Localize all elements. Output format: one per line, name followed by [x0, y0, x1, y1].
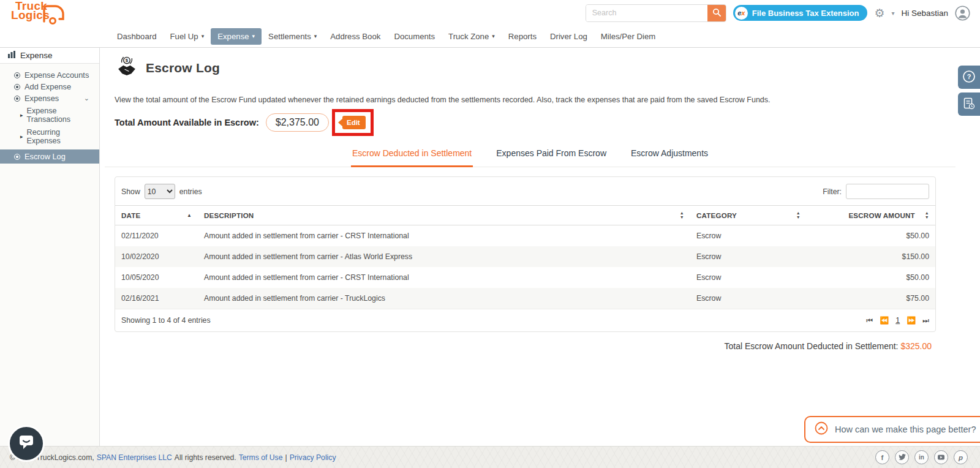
svg-text:?: ? [967, 73, 971, 80]
chevron-down-icon: ⌄ [84, 96, 89, 100]
pager-page-1[interactable]: 1 [895, 316, 900, 325]
privacy-policy-link[interactable]: Privacy Policy [290, 453, 336, 462]
nav-documents[interactable]: Documents [387, 28, 442, 45]
page-description: View the total amount of the Escrow Fund… [115, 96, 771, 104]
sidebar-item-recurring-expenses[interactable]: ▸ Recurring Expenses [0, 126, 99, 147]
cell-date: 10/02/2020 [115, 246, 198, 267]
sidebar-header-expense[interactable]: Expense [0, 48, 99, 64]
feedback-widget[interactable]: How can we make this page better? [804, 416, 980, 443]
total-deducted-amount: $325.00 [900, 341, 932, 351]
edit-escrow-button[interactable]: Edit [342, 116, 366, 129]
bullet-icon [14, 72, 20, 78]
terms-of-use-link[interactable]: Terms of Use [239, 453, 283, 462]
chat-widget-button[interactable] [8, 425, 45, 462]
user-greeting: Hi Sebastian [901, 9, 948, 18]
twitter-icon[interactable] [895, 450, 909, 464]
nav-address-book[interactable]: Address Book [323, 28, 387, 45]
sidebar-item-expense-transactions[interactable]: ▸ Expense Transactions [0, 104, 99, 126]
sort-icon: ▲▼ [796, 211, 801, 219]
nav-settlements[interactable]: Settlements▾ [262, 28, 323, 45]
table-controls: Show 10 entries Filter: [115, 177, 935, 205]
column-header-category[interactable]: CATEGORY▲▼ [690, 206, 807, 225]
pager-next-icon[interactable]: ⏩ [907, 316, 916, 325]
top-header: Truck Logics ex File B [0, 0, 980, 26]
escrow-table-card: Show 10 entries Filter: DATE▲ [115, 176, 936, 332]
search-box [586, 4, 726, 22]
main-content: $ Escrow Log View the total amount of th… [100, 48, 980, 446]
column-header-date[interactable]: DATE▲ [115, 206, 198, 225]
nav-expense[interactable]: Expense▾ [211, 28, 262, 45]
sidebar-item-add-expense[interactable]: Add Expense [0, 81, 99, 92]
file-business-tax-extension-button[interactable]: ex File Business Tax Extension [733, 5, 868, 21]
nav-dashboard[interactable]: Dashboard [110, 28, 164, 45]
nav-reports[interactable]: Reports [502, 28, 543, 45]
cell-category: Escrow [690, 246, 807, 267]
table-row: 02/16/2021 Amount added in settlement fr… [115, 288, 935, 309]
cell-description: Amount added in settlement from carrier … [198, 288, 690, 309]
nav-miles-per-diem[interactable]: Miles/Per Diem [594, 28, 662, 45]
nav-driver-log[interactable]: Driver Log [543, 28, 594, 45]
cell-description: Amount added in settlement from carrier … [198, 246, 690, 267]
escrow-table: DATE▲ DESCRIPTION▲▼ CATEGORY▲▼ ESCROW AM… [115, 205, 935, 309]
trucklogics-logo[interactable]: Truck Logics [11, 1, 66, 28]
caret-down-icon: ▾ [492, 34, 495, 39]
cell-amount: $150.00 [807, 246, 935, 267]
sidebar-item-expense-accounts[interactable]: Expense Accounts [0, 69, 99, 81]
pager-last-icon[interactable]: ⏭ [922, 316, 929, 325]
escrow-total-amount: $2,375.00 [266, 113, 329, 132]
truck-outline-icon [42, 3, 66, 28]
footer-separator: | [285, 453, 287, 462]
gear-icon[interactable]: ⚙ [874, 7, 884, 19]
rights-text: All rights reserved. [175, 453, 236, 462]
history-document-button[interactable] [958, 92, 980, 116]
filter-control: Filter: [823, 184, 929, 199]
linkedin-icon[interactable]: in [914, 450, 929, 464]
youtube-icon[interactable] [934, 450, 948, 464]
sidebar-list: Expense Accounts Add Expense Expenses ⌄ … [0, 64, 99, 164]
main-nav: Dashboard Fuel Up▾ Expense▾ Settlements▾… [0, 26, 980, 48]
search-input[interactable] [586, 5, 707, 21]
facebook-icon[interactable]: f [875, 450, 889, 464]
pinterest-icon[interactable]: p [954, 450, 968, 464]
sidebar-item-escrow-log[interactable]: Escrow Log [0, 149, 99, 164]
sidebar: Expense Expense Accounts Add Expense Exp… [0, 48, 100, 446]
cell-amount: $75.00 [807, 288, 935, 309]
total-deducted-line: Total Escrow Amount Deducted in Settleme… [724, 341, 932, 351]
page-title-row: $ Escrow Log [115, 55, 220, 81]
help-button[interactable]: ? [958, 66, 980, 89]
pager-prev-icon[interactable]: ⏪ [880, 316, 889, 325]
cell-date: 02/16/2021 [115, 288, 198, 309]
show-entries-control: Show 10 entries [121, 184, 202, 199]
user-avatar-icon[interactable] [955, 6, 970, 21]
chevron-up-circle-icon [815, 421, 828, 437]
column-header-description[interactable]: DESCRIPTION▲▼ [198, 206, 690, 225]
tab-escrow-deducted-in-settlement[interactable]: Escrow Deducted in Settlement [351, 143, 473, 167]
bullet-icon [14, 96, 20, 102]
sidebar-item-expenses[interactable]: Expenses ⌄ [0, 92, 99, 104]
escrow-total-row: Total Amount Available in Escrow: $2,375… [115, 108, 374, 137]
nav-fuel-up[interactable]: Fuel Up▾ [164, 28, 211, 45]
help-icon: ? [962, 70, 976, 85]
caret-down-icon: ▾ [252, 34, 255, 39]
entries-summary: Showing 1 to 4 of 4 entries [121, 316, 211, 325]
cell-date: 02/11/2020 [115, 225, 198, 247]
cell-date: 10/05/2020 [115, 267, 198, 288]
column-header-escrow-amount[interactable]: ESCROW AMOUNT▲▼ [807, 206, 935, 225]
settings-caret-icon[interactable]: ▾ [891, 10, 894, 17]
nav-truck-zone[interactable]: Truck Zone▾ [442, 28, 502, 45]
tab-escrow-adjustments[interactable]: Escrow Adjustments [630, 143, 709, 167]
filter-input[interactable] [846, 184, 929, 199]
table-footer: Showing 1 to 4 of 4 entries ⏮ ⏪ 1 ⏩ ⏭ [115, 309, 935, 331]
page-title: Escrow Log [146, 61, 220, 75]
caret-down-icon: ▾ [314, 34, 317, 39]
caret-down-icon: ▾ [202, 34, 205, 39]
span-enterprises-link[interactable]: SPAN Enterprises LLC [97, 453, 172, 462]
pager-first-icon[interactable]: ⏮ [866, 316, 873, 325]
entries-per-page-select[interactable]: 10 [145, 184, 175, 199]
tab-expenses-paid-from-escrow[interactable]: Expenses Paid From Escrow [495, 143, 608, 167]
table-row: 10/05/2020 Amount added in settlement fr… [115, 267, 935, 288]
search-button[interactable] [707, 5, 726, 21]
cell-amount: $50.00 [807, 225, 935, 247]
escrow-handshake-icon: $ [115, 55, 139, 81]
sub-arrow-icon: ▸ [20, 134, 23, 140]
